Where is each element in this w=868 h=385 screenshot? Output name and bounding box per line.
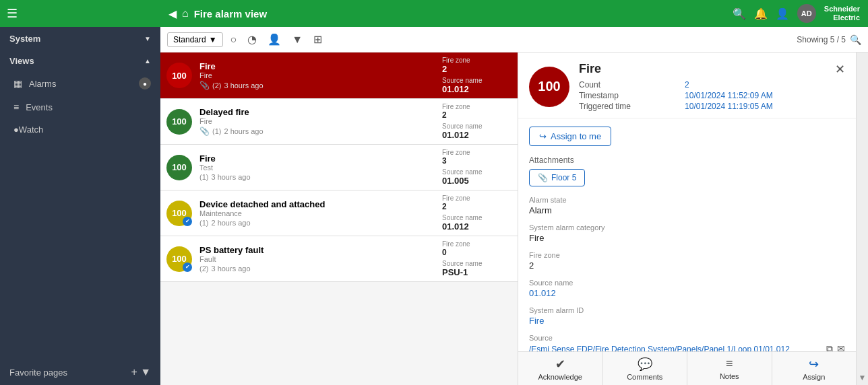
fire-zone-val: 0 xyxy=(442,248,512,257)
check-badge: ✔ xyxy=(183,262,192,272)
alarm-count: (1) xyxy=(199,219,208,227)
alarm-meta: (1) 3 hours ago xyxy=(199,173,433,181)
views-label: Views xyxy=(9,56,34,66)
notes-label: Notes xyxy=(720,372,739,380)
filter-icon-btn[interactable]: ▼ xyxy=(288,32,306,47)
clock-icon-btn[interactable]: ◔ xyxy=(244,32,260,47)
acknowledge-icon: ✔ xyxy=(555,357,565,372)
close-icon[interactable]: ✕ xyxy=(835,62,845,77)
topbar-icons: 🔍 🔔 👤 AD Schneider Electric xyxy=(733,4,860,23)
alarm-meta: (2) 3 hours ago xyxy=(199,265,433,273)
notes-icon: ≡ xyxy=(726,357,733,371)
comments-icon: 💬 xyxy=(638,357,652,372)
alarm-count: (2) xyxy=(212,81,221,90)
alarm-time: 3 hours ago xyxy=(211,265,250,273)
alarm-right: Fire zone 3 Source name 01.005 xyxy=(437,145,518,190)
home-icon[interactable]: ⌂ xyxy=(182,7,189,20)
attachment-label: Floor 5 xyxy=(551,173,576,182)
watch-icon: ● xyxy=(13,125,19,135)
search-icon[interactable]: 🔍 xyxy=(733,7,746,20)
views-section[interactable]: Views ▲ xyxy=(0,49,160,71)
sidebar-item-events[interactable]: ≡ Events xyxy=(0,96,160,118)
avatar[interactable]: AD xyxy=(797,4,816,23)
email-icon[interactable]: ✉ xyxy=(837,343,845,351)
scroll-down-arrow: ▼ xyxy=(859,373,867,382)
alarm-right: Fire zone 2 Source name 01.012 xyxy=(437,190,518,236)
se-logo: Schneider Electric xyxy=(824,5,860,22)
alarm-badge-cell: 100 xyxy=(160,99,198,144)
alarm-info: PS battery fault Fault (2) 3 hours ago xyxy=(198,236,437,281)
notes-button[interactable]: ≡ Notes xyxy=(687,352,772,385)
table-row[interactable]: 100 ✔ Device detached and attached Maint… xyxy=(160,190,518,236)
table-row[interactable]: 100 Delayed fire Fire 📎 (1) 2 hours ago … xyxy=(160,99,518,145)
source-label: Source name xyxy=(442,168,512,176)
alarm-subtitle: Fire xyxy=(199,117,433,125)
acknowledge-label: Acknowledge xyxy=(538,373,582,381)
sidebar-item-alarms[interactable]: ▦ Alarms ● xyxy=(0,71,160,96)
fire-zone-label: Fire zone xyxy=(442,103,512,110)
user-icon[interactable]: 👤 xyxy=(776,7,789,20)
assign-to-me-button[interactable]: ↪ Assign to me xyxy=(529,127,611,146)
standard-dropdown[interactable]: Standard ▼ xyxy=(167,32,223,47)
sys-alarm-cat-field: System alarm category Fire xyxy=(529,223,845,243)
assign-label: Assign to me xyxy=(551,131,601,141)
alarm-time: 2 hours ago xyxy=(224,127,263,135)
source-val: PSU-1 xyxy=(442,267,512,277)
alarm-right: Fire zone 2 Source name 01.012 xyxy=(437,99,518,144)
circle-icon-btn[interactable]: ○ xyxy=(227,32,241,47)
table-row[interactable]: 100 Fire Fire 📎 (2) 3 hours ago Fire zon… xyxy=(160,53,518,99)
hamburger-icon[interactable]: ☰ xyxy=(7,6,18,21)
fire-zone-val: 2 xyxy=(442,64,512,74)
comments-button[interactable]: 💬 Comments xyxy=(603,352,688,385)
watch-label: Watch xyxy=(19,125,43,135)
source-name-label: Source name xyxy=(529,279,845,287)
fire-zone-label: Fire zone xyxy=(442,240,512,248)
alarm-count: (2) xyxy=(199,265,208,273)
alarm-right: Fire zone 2 Source name 01.012 xyxy=(437,53,518,98)
acknowledge-button[interactable]: ✔ Acknowledge xyxy=(518,352,603,385)
copy-icon[interactable]: ⧉ xyxy=(826,343,833,351)
attachment-button[interactable]: 📎 Floor 5 xyxy=(529,169,585,186)
toolbar: Standard ▼ ○ ◔ 👤 ▼ ⊞ Showing 5 / 5 🔍 xyxy=(160,27,868,53)
back-button[interactable]: ◀ xyxy=(168,7,177,20)
person-icon-btn[interactable]: 👤 xyxy=(264,32,284,47)
detail-title: Fire xyxy=(579,62,820,76)
favorite-pages-label: Favorite pages xyxy=(9,368,67,378)
detail-panel: 100 Fire Count 2 Timestamp 10/01/2024 11… xyxy=(518,53,856,385)
triggered-label: Triggered time xyxy=(579,102,678,111)
alarm-info: Fire Fire 📎 (2) 3 hours ago xyxy=(198,53,437,98)
alarm-info: Delayed fire Fire 📎 (1) 2 hours ago xyxy=(198,99,437,144)
toolbar-search-icon[interactable]: 🔍 xyxy=(850,34,861,45)
sys-alarm-id-label: System alarm ID xyxy=(529,306,845,314)
fire-zone-label: Fire zone xyxy=(442,149,512,156)
system-section[interactable]: System ▼ xyxy=(0,27,160,49)
grid-icon-btn[interactable]: ⊞ xyxy=(310,32,326,47)
alarm-priority-badge: 100 xyxy=(166,155,192,180)
source-label: Source name xyxy=(442,260,512,267)
table-row[interactable]: 100 Fire Test (1) 3 hours ago Fire zone … xyxy=(160,145,518,190)
alarm-subtitle: Test xyxy=(199,164,433,172)
count-label: Count xyxy=(579,80,678,90)
timestamp-val: 10/01/2024 11:52:09 AM xyxy=(685,91,820,100)
sys-alarm-cat-label: System alarm category xyxy=(529,223,845,232)
count-val: 2 xyxy=(685,80,820,90)
comments-label: Comments xyxy=(627,373,662,381)
alarms-icon: ▦ xyxy=(13,78,22,89)
showing-text: Showing 5 / 5 xyxy=(797,35,846,44)
add-favorite-icon[interactable]: + ▼ xyxy=(131,366,151,378)
badge-with-check: 100 ✔ xyxy=(166,201,192,226)
action-bar: ✔ Acknowledge 💬 Comments ≡ Notes ↪ Assig… xyxy=(518,351,856,385)
sidebar-item-watch[interactable]: ● Watch xyxy=(0,118,160,141)
source-val: 01.005 xyxy=(442,176,512,186)
favorite-pages-section[interactable]: Favorite pages + ▼ xyxy=(0,359,160,385)
bell-icon[interactable]: 🔔 xyxy=(754,7,768,20)
check-badge: ✔ xyxy=(183,217,192,226)
alarm-meta: 📎 (2) 3 hours ago xyxy=(199,81,433,90)
table-row[interactable]: 100 ✔ PS battery fault Fault (2) 3 hours… xyxy=(160,236,518,282)
badge-with-check: 100 ✔ xyxy=(166,246,192,272)
alarm-count: (1) xyxy=(212,127,221,135)
views-chevron: ▲ xyxy=(144,57,151,65)
sidebar-header: ☰ xyxy=(0,0,160,27)
alarm-badge-cell: 100 ✔ xyxy=(160,190,198,236)
assign-button[interactable]: ↪ Assign xyxy=(772,352,857,385)
